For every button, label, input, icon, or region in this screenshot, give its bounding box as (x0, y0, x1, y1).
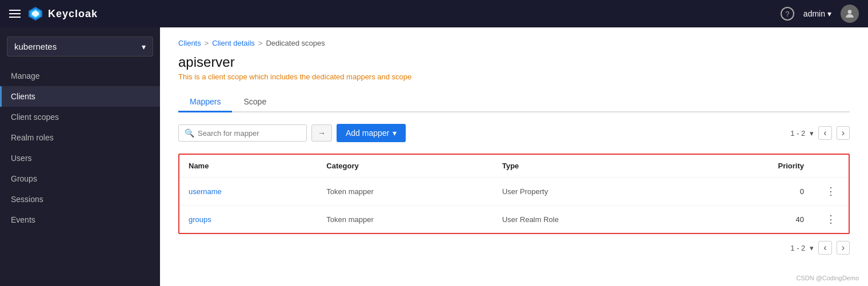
pagination-range: 1 - 2 (790, 129, 805, 138)
row-1-actions: ⋮ (813, 206, 849, 233)
sidebar-item-manage[interactable]: Manage (0, 66, 160, 86)
tab-scope[interactable]: Scope (232, 92, 278, 112)
sidebar-item-client-scopes[interactable]: Client scopes (0, 107, 160, 127)
mappers-table: Name Category Type Priority username Tok… (179, 155, 849, 233)
prev-page-button[interactable]: ‹ (818, 126, 831, 140)
sidebar-item-sessions-label: Sessions (11, 195, 43, 204)
admin-dropdown-icon: ▾ (827, 9, 831, 18)
add-mapper-button[interactable]: Add mapper ▾ (337, 124, 406, 142)
breadcrumb-current: Dedicated scopes (266, 39, 325, 47)
realm-name: kubernetes (14, 42, 57, 51)
sidebar-item-realm-roles-label: Realm roles (11, 133, 54, 142)
bottom-pagination: 1 - 2 ▾ ‹ › (178, 234, 850, 261)
hamburger-menu[interactable] (9, 10, 21, 18)
page-subtitle: This is a client scope which includes th… (178, 72, 850, 81)
pagination-dropdown-icon[interactable]: ▾ (810, 129, 814, 138)
breadcrumb: Clients > Client details > Dedicated sco… (178, 39, 850, 47)
bottom-next-button[interactable]: › (837, 241, 850, 255)
add-mapper-dropdown-icon: ▾ (393, 128, 397, 138)
row-1-type: User Realm Role (493, 206, 694, 233)
logo: Keycloak (27, 6, 98, 22)
col-actions (813, 155, 849, 178)
search-submit-button[interactable]: → (311, 124, 332, 142)
row-0-category: Token mapper (317, 178, 493, 206)
next-icon: › (842, 128, 845, 138)
bottom-pagination-range: 1 - 2 (790, 244, 805, 252)
realm-dropdown-icon: ▾ (142, 42, 146, 51)
sidebar-item-users[interactable]: Users (0, 148, 160, 168)
col-category: Category (317, 155, 493, 178)
content-area: Clients > Client details > Dedicated sco… (160, 27, 868, 286)
admin-username: admin (803, 9, 825, 18)
col-name: Name (179, 155, 317, 178)
page-title: apiserver (178, 54, 850, 70)
sidebar-item-users-label: Users (11, 154, 32, 163)
col-type: Type (493, 155, 694, 178)
table-row: username Token mapper User Property 0 ⋮ (179, 178, 849, 206)
tabs: Mappers Scope (178, 92, 850, 112)
navbar-right: ? admin ▾ (781, 5, 859, 23)
bottom-next-icon: › (842, 243, 845, 252)
arrow-forward-icon: → (318, 128, 326, 138)
row-0-actions: ⋮ (813, 178, 849, 206)
svg-point-3 (848, 10, 852, 14)
sidebar-item-groups[interactable]: Groups (0, 168, 160, 189)
table-row: groups Token mapper User Realm Role 40 ⋮ (179, 206, 849, 233)
add-mapper-label: Add mapper (346, 128, 389, 138)
search-input[interactable] (198, 129, 301, 138)
breadcrumb-sep-1: > (205, 39, 209, 47)
row-0-name[interactable]: username (179, 178, 317, 206)
search-icon: 🔍 (185, 128, 194, 138)
row-1-kebab-button[interactable]: ⋮ (822, 212, 839, 227)
row-1-category: Token mapper (317, 206, 493, 233)
breadcrumb-client-details[interactable]: Client details (212, 39, 254, 47)
row-1-priority: 40 (694, 206, 813, 233)
sidebar-item-clients-label: Clients (11, 92, 35, 101)
navbar-left: Keycloak (9, 6, 98, 22)
bottom-pagination-dropdown-icon[interactable]: ▾ (810, 244, 814, 252)
row-1-name[interactable]: groups (179, 206, 317, 233)
logo-text: Keycloak (48, 8, 98, 20)
bottom-prev-button[interactable]: ‹ (818, 241, 831, 255)
sidebar-item-events-label: Events (11, 215, 35, 224)
watermark: CSDN @CodingDemo (796, 275, 859, 281)
tab-scope-label: Scope (243, 97, 266, 106)
breadcrumb-clients[interactable]: Clients (178, 39, 201, 47)
tab-mappers-label: Mappers (190, 97, 221, 106)
tab-mappers[interactable]: Mappers (178, 92, 232, 112)
row-0-kebab-button[interactable]: ⋮ (822, 184, 839, 199)
sidebar-item-groups-label: Groups (11, 174, 37, 183)
col-priority: Priority (694, 155, 813, 178)
bottom-prev-icon: ‹ (823, 243, 826, 252)
sidebar-item-sessions[interactable]: Sessions (0, 189, 160, 210)
sidebar: kubernetes ▾ Manage Clients Client scope… (0, 27, 160, 286)
next-page-button[interactable]: › (837, 126, 850, 140)
prev-icon: ‹ (823, 128, 826, 138)
sidebar-item-client-scopes-label: Client scopes (11, 112, 59, 122)
table-header: Name Category Type Priority (179, 155, 849, 178)
search-box: 🔍 (178, 124, 307, 142)
toolbar: 🔍 → Add mapper ▾ 1 - 2 ▾ ‹ › (178, 124, 850, 142)
admin-menu[interactable]: admin ▾ (803, 9, 831, 18)
mappers-table-container: Name Category Type Priority username Tok… (178, 154, 850, 234)
row-0-priority: 0 (694, 178, 813, 206)
table-body: username Token mapper User Property 0 ⋮ … (179, 178, 849, 233)
row-0-type: User Property (493, 178, 694, 206)
avatar[interactable] (841, 5, 859, 23)
sidebar-item-realm-roles[interactable]: Realm roles (0, 127, 160, 148)
main-layout: kubernetes ▾ Manage Clients Client scope… (0, 27, 868, 286)
logo-icon (27, 6, 43, 22)
sidebar-item-manage-label: Manage (11, 71, 40, 80)
toolbar-left: 🔍 → Add mapper ▾ (178, 124, 406, 142)
sidebar-item-clients[interactable]: Clients (0, 86, 160, 107)
breadcrumb-sep-2: > (258, 39, 263, 47)
avatar-icon (844, 8, 855, 19)
sidebar-item-events[interactable]: Events (0, 210, 160, 230)
help-icon[interactable]: ? (781, 7, 794, 21)
navbar: Keycloak ? admin ▾ (0, 0, 868, 27)
pagination-info: 1 - 2 ▾ ‹ › (790, 126, 850, 140)
realm-selector[interactable]: kubernetes ▾ (7, 37, 153, 57)
